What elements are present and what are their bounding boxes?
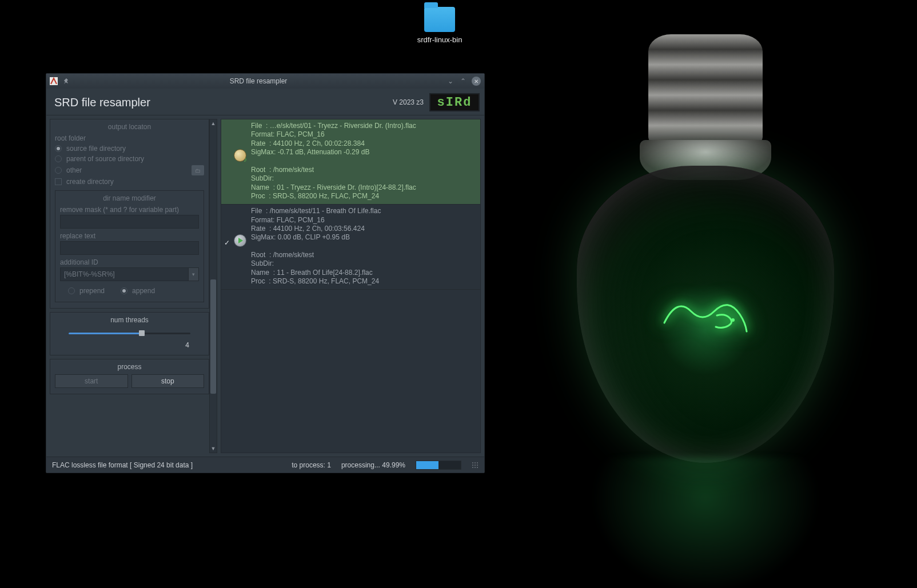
entry-mark (224, 122, 230, 201)
replace-text-label: replace text (60, 232, 199, 240)
entry-text: File : /home/sk/test/11 - Breath Of Life… (251, 207, 381, 286)
desktop-folder[interactable]: srdfr-linux-bin (408, 7, 471, 44)
threads-value: 4 (55, 341, 204, 349)
version-label: V 2023 z3 (393, 98, 424, 106)
file-entry[interactable]: File : …e/sk/test/01 - Tryezz - Riversid… (221, 119, 480, 205)
progress-bar (416, 461, 461, 470)
file-entry[interactable]: ✓ File : /home/sk/test/11 - Breath Of Li… (221, 205, 480, 290)
close-icon[interactable]: ✕ (472, 77, 481, 86)
browse-folder-icon[interactable]: 🗀 (192, 165, 204, 175)
process-heading: process (55, 363, 204, 371)
checkbox-icon (55, 178, 62, 185)
radio-icon (121, 287, 127, 294)
opt-source-row[interactable]: source file directory (55, 143, 204, 154)
process-group: process start stop (50, 359, 209, 394)
app-title: SRD file resampler (54, 96, 150, 109)
entry-mark: ✓ (224, 207, 230, 286)
desktop-folder-label: srdfr-linux-bin (408, 35, 471, 44)
to-process-label: to process: 1 (292, 461, 331, 469)
additional-id-label: additional ID (60, 258, 199, 266)
svg-point-0 (731, 318, 735, 322)
file-list[interactable]: File : …e/sk/test/01 - Tryezz - Riversid… (221, 119, 481, 453)
root-folder-label: root folder (55, 134, 204, 142)
threads-group: num threads 4 (50, 312, 209, 355)
music-file-icon (234, 122, 248, 201)
additional-id-input[interactable] (60, 267, 189, 281)
settings-scrollbar[interactable]: ▲ ▼ (209, 119, 217, 453)
start-button[interactable]: start (55, 374, 128, 388)
maximize-icon[interactable]: ⌃ (459, 77, 467, 85)
entry-text: File : …e/sk/test/01 - Tryezz - Riversid… (251, 122, 416, 201)
window-title: SRD file resampler (75, 77, 442, 85)
output-location-heading: output locaton (55, 123, 204, 131)
settings-panel: output locaton root folder source file d… (50, 119, 209, 453)
create-dir-row[interactable]: create directory (55, 177, 204, 187)
wallpaper-bulb (557, 23, 854, 566)
remove-mask-input[interactable] (60, 215, 199, 229)
prepend-option[interactable]: prepend (68, 286, 105, 296)
opt-other-row[interactable]: other 🗀 (55, 164, 204, 177)
dir-name-modifier-group: dir name modifier remove mask (* and ? f… (55, 190, 204, 302)
status-bar: FLAC lossless file format [ Signed 24 bi… (46, 457, 484, 473)
remove-mask-label: remove mask (* and ? for variable part) (60, 206, 199, 214)
pin-icon[interactable] (62, 77, 70, 85)
titlebar[interactable]: SRD file resampler ⌄ ⌃ ✕ (46, 74, 484, 89)
stop-button[interactable]: stop (131, 374, 205, 388)
scroll-up-icon[interactable]: ▲ (210, 119, 217, 127)
app-icon (50, 77, 58, 85)
play-icon (234, 207, 248, 286)
threads-heading: num threads (55, 316, 204, 324)
processing-label: processing... 49.99% (341, 461, 405, 469)
chevron-down-icon[interactable]: ▾ (189, 267, 199, 281)
radio-icon (55, 155, 62, 162)
output-location-group: output locaton root folder source file d… (50, 119, 209, 309)
dir-modifier-heading: dir name modifier (60, 194, 199, 202)
scroll-thumb[interactable] (210, 279, 216, 394)
replace-text-input[interactable] (60, 241, 199, 255)
opt-parent-row[interactable]: parent of source directory (55, 154, 204, 164)
app-header: SRD file resampler V 2023 z3 sIRd (46, 89, 484, 115)
resize-grip-icon[interactable] (472, 462, 479, 469)
app-window: SRD file resampler ⌄ ⌃ ✕ SRD file resamp… (46, 73, 485, 473)
radio-icon (55, 167, 62, 174)
radio-icon (68, 287, 75, 294)
folder-icon (424, 7, 455, 32)
append-option[interactable]: append (121, 286, 155, 296)
scroll-down-icon[interactable]: ▼ (210, 445, 217, 453)
format-info: FLAC lossless file format [ Signed 24 bi… (52, 461, 193, 469)
minimize-icon[interactable]: ⌄ (446, 77, 454, 85)
logo: sIRd (429, 93, 480, 111)
radio-icon (55, 145, 62, 152)
threads-slider[interactable] (69, 327, 190, 339)
